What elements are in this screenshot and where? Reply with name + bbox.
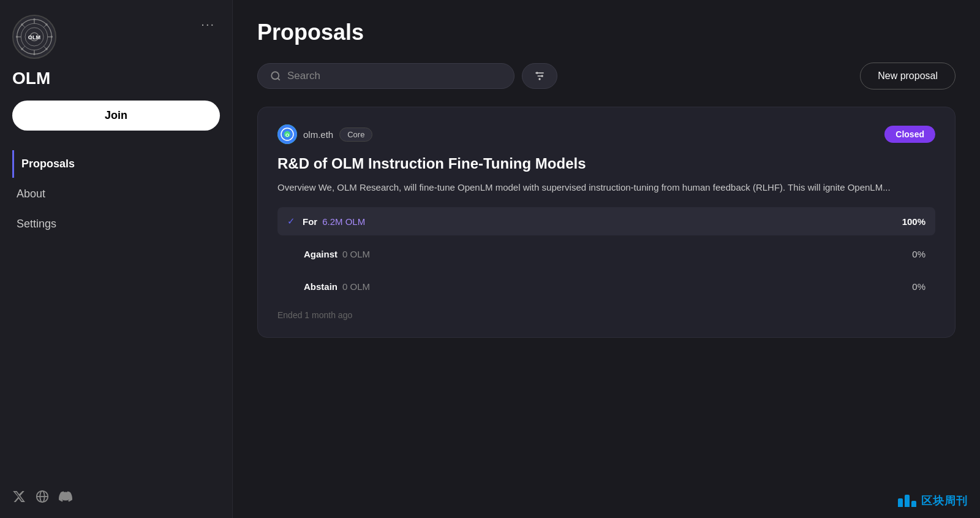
svg-point-10 — [33, 53, 35, 55]
card-header: O olm.eth Core Closed — [277, 124, 935, 144]
search-icon — [270, 70, 281, 82]
vote-for-percent: 100% — [902, 216, 925, 227]
vote-against-amount: 0 OLM — [342, 249, 912, 259]
avatar: O — [277, 124, 297, 144]
svg-point-31 — [538, 78, 540, 80]
org-name: OLM — [12, 69, 220, 88]
card-footer: Ended 1 month ago — [277, 310, 935, 320]
card-meta: O olm.eth Core — [277, 124, 372, 144]
vote-for-label: For — [303, 216, 317, 227]
status-badge: Closed — [884, 126, 935, 143]
toolbar: New proposal — [257, 63, 956, 90]
main-content: Proposals New proposal — [233, 0, 980, 518]
proposal-description: Overview We, OLM Research, will fine-tun… — [277, 180, 935, 195]
ended-text: Ended 1 month ago — [277, 310, 352, 320]
filter-button[interactable] — [522, 63, 557, 89]
checkmark-icon: ✓ — [287, 216, 295, 227]
sidebar-header: OLM ··· — [12, 15, 220, 59]
watermark-text: 区块周刊 — [921, 493, 968, 508]
discord-icon[interactable] — [59, 490, 72, 503]
svg-text:OLM: OLM — [28, 34, 41, 40]
vote-row-abstain: Abstain 0 OLM 0% — [277, 273, 935, 300]
social-links — [12, 470, 220, 503]
proposal-title: R&D of OLM Instruction Fine-Tuning Model… — [277, 154, 935, 173]
svg-line-20 — [43, 46, 47, 49]
globe-icon[interactable] — [36, 490, 49, 503]
more-options-button[interactable]: ··· — [196, 15, 220, 34]
vote-against-percent: 0% — [912, 249, 925, 259]
core-badge: Core — [339, 128, 372, 142]
svg-point-12 — [51, 36, 53, 37]
vote-abstain-label: Abstain — [304, 281, 337, 292]
search-container — [257, 63, 514, 89]
org-logo: OLM — [12, 15, 56, 59]
search-input[interactable] — [287, 70, 502, 82]
sidebar-item-about[interactable]: About — [12, 180, 220, 208]
svg-point-29 — [536, 72, 538, 74]
svg-line-25 — [277, 78, 279, 80]
sidebar-nav: Proposals About Settings — [12, 150, 220, 240]
proposal-card: O olm.eth Core Closed R&D of OLM Instruc… — [257, 107, 956, 338]
vote-row-against: Against 0 OLM 0% — [277, 240, 935, 268]
vote-for-amount: 6.2M OLM — [322, 216, 902, 227]
sidebar: OLM ··· OLM Join — [0, 0, 233, 518]
svg-point-9 — [33, 18, 35, 20]
svg-point-24 — [271, 72, 279, 79]
sidebar-item-proposals[interactable]: Proposals — [12, 150, 220, 178]
vote-abstain-percent: 0% — [912, 281, 925, 292]
svg-point-11 — [16, 36, 18, 37]
twitter-icon[interactable] — [12, 490, 26, 503]
vote-abstain-amount: 0 OLM — [342, 281, 912, 292]
vote-against-label: Against — [304, 249, 337, 259]
page-title: Proposals — [257, 20, 956, 45]
watermark-icon — [898, 495, 916, 507]
filter-icon — [533, 70, 546, 82]
join-button[interactable]: Join — [12, 101, 220, 131]
svg-text:O: O — [285, 132, 289, 138]
svg-point-30 — [541, 75, 543, 77]
new-proposal-button[interactable]: New proposal — [860, 63, 956, 90]
svg-line-18 — [43, 25, 47, 28]
watermark: 区块周刊 — [898, 493, 968, 508]
vote-row-for: ✓ For 6.2M OLM 100% — [277, 207, 935, 235]
sidebar-item-settings[interactable]: Settings — [12, 210, 220, 238]
svg-line-17 — [22, 25, 25, 28]
svg-line-19 — [22, 46, 25, 49]
author-name: olm.eth — [303, 129, 333, 140]
